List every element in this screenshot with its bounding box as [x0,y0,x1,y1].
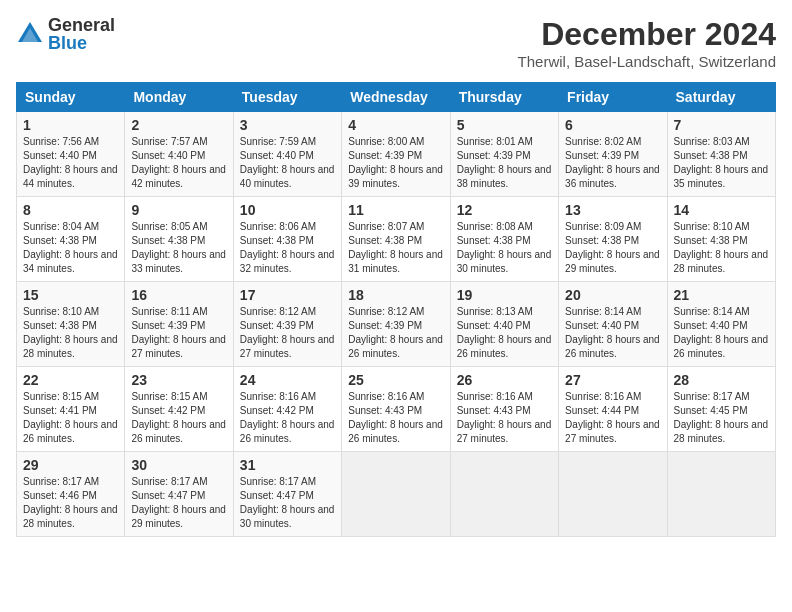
calendar-cell: 15 Sunrise: 8:10 AM Sunset: 4:38 PM Dayl… [17,282,125,367]
day-info: Sunrise: 8:15 AM Sunset: 4:41 PM Dayligh… [23,390,118,446]
day-number: 23 [131,372,226,388]
calendar-cell: 20 Sunrise: 8:14 AM Sunset: 4:40 PM Dayl… [559,282,667,367]
day-info: Sunrise: 8:16 AM Sunset: 4:43 PM Dayligh… [457,390,552,446]
day-info: Sunrise: 7:57 AM Sunset: 4:40 PM Dayligh… [131,135,226,191]
calendar-cell: 2 Sunrise: 7:57 AM Sunset: 4:40 PM Dayli… [125,112,233,197]
day-number: 8 [23,202,118,218]
day-number: 25 [348,372,443,388]
day-number: 2 [131,117,226,133]
calendar-cell [342,452,450,537]
week-row-2: 8 Sunrise: 8:04 AM Sunset: 4:38 PM Dayli… [17,197,776,282]
day-info: Sunrise: 7:56 AM Sunset: 4:40 PM Dayligh… [23,135,118,191]
calendar-cell: 23 Sunrise: 8:15 AM Sunset: 4:42 PM Dayl… [125,367,233,452]
location-subtitle: Therwil, Basel-Landschaft, Switzerland [518,53,776,70]
day-info: Sunrise: 8:02 AM Sunset: 4:39 PM Dayligh… [565,135,660,191]
day-info: Sunrise: 8:11 AM Sunset: 4:39 PM Dayligh… [131,305,226,361]
day-number: 12 [457,202,552,218]
day-info: Sunrise: 8:17 AM Sunset: 4:47 PM Dayligh… [131,475,226,531]
calendar-cell: 13 Sunrise: 8:09 AM Sunset: 4:38 PM Dayl… [559,197,667,282]
day-info: Sunrise: 8:16 AM Sunset: 4:42 PM Dayligh… [240,390,335,446]
day-number: 13 [565,202,660,218]
day-info: Sunrise: 8:05 AM Sunset: 4:38 PM Dayligh… [131,220,226,276]
day-number: 18 [348,287,443,303]
day-info: Sunrise: 8:13 AM Sunset: 4:40 PM Dayligh… [457,305,552,361]
calendar-cell: 1 Sunrise: 7:56 AM Sunset: 4:40 PM Dayli… [17,112,125,197]
calendar-cell: 17 Sunrise: 8:12 AM Sunset: 4:39 PM Dayl… [233,282,341,367]
weekday-header-monday: Monday [125,83,233,112]
day-info: Sunrise: 8:17 AM Sunset: 4:47 PM Dayligh… [240,475,335,531]
weekday-header-sunday: Sunday [17,83,125,112]
calendar-cell: 5 Sunrise: 8:01 AM Sunset: 4:39 PM Dayli… [450,112,558,197]
day-info: Sunrise: 8:09 AM Sunset: 4:38 PM Dayligh… [565,220,660,276]
calendar-cell: 10 Sunrise: 8:06 AM Sunset: 4:38 PM Dayl… [233,197,341,282]
day-number: 31 [240,457,335,473]
weekday-header-saturday: Saturday [667,83,775,112]
day-info: Sunrise: 8:16 AM Sunset: 4:44 PM Dayligh… [565,390,660,446]
day-number: 4 [348,117,443,133]
calendar-cell: 6 Sunrise: 8:02 AM Sunset: 4:39 PM Dayli… [559,112,667,197]
day-number: 9 [131,202,226,218]
calendar-cell: 31 Sunrise: 8:17 AM Sunset: 4:47 PM Dayl… [233,452,341,537]
week-row-1: 1 Sunrise: 7:56 AM Sunset: 4:40 PM Dayli… [17,112,776,197]
calendar-cell: 25 Sunrise: 8:16 AM Sunset: 4:43 PM Dayl… [342,367,450,452]
day-number: 28 [674,372,769,388]
day-info: Sunrise: 8:15 AM Sunset: 4:42 PM Dayligh… [131,390,226,446]
calendar-cell: 29 Sunrise: 8:17 AM Sunset: 4:46 PM Dayl… [17,452,125,537]
day-number: 24 [240,372,335,388]
day-info: Sunrise: 8:17 AM Sunset: 4:46 PM Dayligh… [23,475,118,531]
day-number: 16 [131,287,226,303]
day-info: Sunrise: 8:17 AM Sunset: 4:45 PM Dayligh… [674,390,769,446]
weekday-header-thursday: Thursday [450,83,558,112]
calendar-cell: 26 Sunrise: 8:16 AM Sunset: 4:43 PM Dayl… [450,367,558,452]
day-number: 19 [457,287,552,303]
calendar-cell: 16 Sunrise: 8:11 AM Sunset: 4:39 PM Dayl… [125,282,233,367]
calendar-cell: 30 Sunrise: 8:17 AM Sunset: 4:47 PM Dayl… [125,452,233,537]
day-number: 1 [23,117,118,133]
weekday-header-wednesday: Wednesday [342,83,450,112]
day-number: 10 [240,202,335,218]
day-info: Sunrise: 8:14 AM Sunset: 4:40 PM Dayligh… [674,305,769,361]
weekday-header-row: SundayMondayTuesdayWednesdayThursdayFrid… [17,83,776,112]
calendar-cell: 11 Sunrise: 8:07 AM Sunset: 4:38 PM Dayl… [342,197,450,282]
logo-general-text: General [48,16,115,34]
day-number: 27 [565,372,660,388]
calendar-cell [559,452,667,537]
day-number: 5 [457,117,552,133]
day-info: Sunrise: 8:16 AM Sunset: 4:43 PM Dayligh… [348,390,443,446]
calendar-cell: 27 Sunrise: 8:16 AM Sunset: 4:44 PM Dayl… [559,367,667,452]
day-info: Sunrise: 8:12 AM Sunset: 4:39 PM Dayligh… [348,305,443,361]
logo-blue-text: Blue [48,34,115,52]
weekday-header-tuesday: Tuesday [233,83,341,112]
calendar-cell: 22 Sunrise: 8:15 AM Sunset: 4:41 PM Dayl… [17,367,125,452]
week-row-3: 15 Sunrise: 8:10 AM Sunset: 4:38 PM Dayl… [17,282,776,367]
day-info: Sunrise: 8:08 AM Sunset: 4:38 PM Dayligh… [457,220,552,276]
calendar-cell: 3 Sunrise: 7:59 AM Sunset: 4:40 PM Dayli… [233,112,341,197]
title-block: December 2024 Therwil, Basel-Landschaft,… [518,16,776,70]
calendar-cell [450,452,558,537]
day-info: Sunrise: 8:10 AM Sunset: 4:38 PM Dayligh… [23,305,118,361]
calendar-cell [667,452,775,537]
calendar-cell: 7 Sunrise: 8:03 AM Sunset: 4:38 PM Dayli… [667,112,775,197]
day-info: Sunrise: 8:07 AM Sunset: 4:38 PM Dayligh… [348,220,443,276]
day-number: 22 [23,372,118,388]
week-row-4: 22 Sunrise: 8:15 AM Sunset: 4:41 PM Dayl… [17,367,776,452]
calendar-table: SundayMondayTuesdayWednesdayThursdayFrid… [16,82,776,537]
day-info: Sunrise: 8:10 AM Sunset: 4:38 PM Dayligh… [674,220,769,276]
day-number: 7 [674,117,769,133]
day-info: Sunrise: 8:12 AM Sunset: 4:39 PM Dayligh… [240,305,335,361]
calendar-cell: 24 Sunrise: 8:16 AM Sunset: 4:42 PM Dayl… [233,367,341,452]
day-number: 3 [240,117,335,133]
calendar-cell: 12 Sunrise: 8:08 AM Sunset: 4:38 PM Dayl… [450,197,558,282]
calendar-cell: 8 Sunrise: 8:04 AM Sunset: 4:38 PM Dayli… [17,197,125,282]
day-number: 20 [565,287,660,303]
day-info: Sunrise: 8:00 AM Sunset: 4:39 PM Dayligh… [348,135,443,191]
day-info: Sunrise: 8:06 AM Sunset: 4:38 PM Dayligh… [240,220,335,276]
day-number: 21 [674,287,769,303]
day-info: Sunrise: 7:59 AM Sunset: 4:40 PM Dayligh… [240,135,335,191]
day-number: 17 [240,287,335,303]
day-number: 15 [23,287,118,303]
calendar-cell: 4 Sunrise: 8:00 AM Sunset: 4:39 PM Dayli… [342,112,450,197]
calendar-cell: 14 Sunrise: 8:10 AM Sunset: 4:38 PM Dayl… [667,197,775,282]
logo-icon [16,20,44,48]
page-header: General Blue December 2024 Therwil, Base… [16,16,776,70]
